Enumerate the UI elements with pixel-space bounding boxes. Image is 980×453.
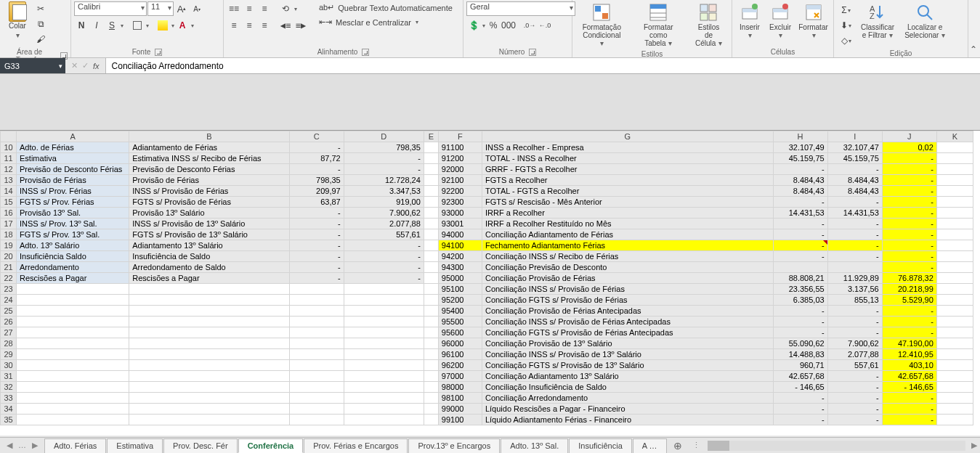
cell[interactable]: 7.900,62 — [344, 208, 424, 219]
cell[interactable]: Previsão de Desconto Férias — [17, 164, 129, 175]
new-sheet-button[interactable]: ⊕ — [668, 440, 688, 452]
cell[interactable]: 8.484,43 — [827, 175, 882, 186]
cell[interactable] — [424, 175, 438, 186]
column-header[interactable]: D — [344, 131, 424, 142]
increase-decimal-button[interactable]: .0→ — [522, 18, 537, 33]
cell[interactable]: INSS a Recolher - Empresa — [482, 142, 773, 153]
cell[interactable]: Adiantamento 13º Salário — [129, 240, 289, 251]
cell[interactable] — [424, 371, 438, 382]
cell[interactable] — [344, 317, 424, 327]
cell[interactable] — [936, 284, 973, 295]
cell[interactable]: - — [773, 240, 827, 251]
alignment-dialog-launcher[interactable] — [362, 49, 369, 56]
cell[interactable]: - — [289, 229, 344, 240]
cell[interactable]: - — [289, 251, 344, 262]
cell[interactable]: Arredondamento de Saldo — [129, 262, 289, 273]
cell[interactable]: - — [882, 175, 936, 186]
cell[interactable] — [424, 327, 438, 338]
cell[interactable]: - — [882, 219, 936, 229]
column-header[interactable]: H — [773, 131, 827, 142]
column-header[interactable]: C — [289, 131, 344, 142]
cell[interactable] — [424, 186, 438, 197]
cell[interactable]: - — [289, 262, 344, 273]
cell[interactable]: 2.077,88 — [827, 349, 882, 360]
row-header[interactable]: 32 — [1, 382, 17, 393]
tab-scroll-prev[interactable]: … — [16, 441, 28, 450]
row-header[interactable]: 29 — [1, 349, 17, 360]
column-header[interactable]: J — [882, 131, 936, 142]
cell[interactable]: - 146,65 — [773, 382, 827, 393]
cell[interactable]: Conciliação INSS s/ Provisão de Férias — [482, 284, 773, 295]
horizontal-scrollbar[interactable] — [708, 441, 965, 451]
cell[interactable]: Conciliação Provisão de Férias — [482, 273, 773, 284]
cell[interactable]: - — [773, 219, 827, 229]
cell[interactable] — [936, 142, 973, 153]
cell[interactable] — [424, 306, 438, 317]
decrease-decimal-button[interactable]: ←.0 — [538, 18, 552, 33]
insert-cells-button[interactable]: Inserir▾ — [735, 1, 764, 41]
cell[interactable]: FGTS s/ Provisão de Férias — [129, 197, 289, 208]
align-bottom-button[interactable]: ≡ — [257, 1, 272, 16]
cell[interactable] — [289, 295, 344, 306]
cell[interactable] — [289, 371, 344, 382]
cell[interactable]: Conciliação FGTS s/ Provisão de 13º Salá… — [482, 360, 773, 371]
cell[interactable]: - — [773, 415, 827, 425]
border-button[interactable] — [130, 18, 145, 33]
cell[interactable]: Estimativa INSS s/ Recibo de Férias — [129, 153, 289, 164]
cell[interactable]: 14.488,83 — [773, 349, 827, 360]
cell[interactable]: Insuficiência Saldo — [17, 251, 129, 262]
number-format-combo[interactable]: Geral — [466, 1, 575, 16]
cell[interactable]: - — [827, 240, 882, 251]
cell[interactable] — [424, 262, 438, 273]
cell[interactable] — [827, 262, 882, 273]
cell[interactable]: 42.657,68 — [882, 371, 936, 382]
cell[interactable] — [936, 229, 973, 240]
cell[interactable]: 8.484,43 — [827, 186, 882, 197]
cell[interactable]: 32.107,49 — [773, 142, 827, 153]
font-color-button[interactable]: A — [175, 18, 190, 33]
cell[interactable] — [936, 175, 973, 186]
cell[interactable] — [424, 229, 438, 240]
cell[interactable]: 92000 — [438, 164, 482, 175]
percent-format-button[interactable]: % — [486, 18, 501, 33]
cell[interactable]: - — [882, 262, 936, 273]
cell[interactable] — [129, 338, 289, 349]
cell[interactable]: 87,72 — [289, 153, 344, 164]
sort-filter-button[interactable]: AZ Classificare Filtrar ▾ — [857, 1, 899, 41]
cell[interactable]: Arredondamento — [17, 262, 129, 273]
cell[interactable] — [424, 295, 438, 306]
cell[interactable]: 12.728,24 — [344, 175, 424, 186]
cell[interactable]: Rescisões a Pagar — [129, 273, 289, 284]
cell[interactable]: - — [289, 219, 344, 229]
cell[interactable]: 3.347,53 — [344, 186, 424, 197]
cell[interactable]: IRRF a Recolher Restituído no Mês — [482, 219, 773, 229]
cell[interactable] — [936, 338, 973, 349]
cell[interactable] — [129, 349, 289, 360]
cell[interactable] — [936, 262, 973, 273]
cell[interactable]: Líquido Adiantamento Férias - Financeiro — [482, 415, 773, 425]
cell[interactable]: Adiantamento de Férias — [129, 142, 289, 153]
worksheet-grid[interactable]: ABCDEFGHIJK10Adto. de FériasAdiantamento… — [0, 131, 980, 436]
sheet-tab[interactable]: Adto. Férias — [44, 438, 106, 453]
cell[interactable]: - — [827, 219, 882, 229]
cell[interactable]: INSS s/ Provisão de 13º Salário — [129, 219, 289, 229]
row-header[interactable]: 33 — [1, 393, 17, 404]
cell[interactable] — [129, 382, 289, 393]
cell[interactable]: - — [827, 197, 882, 208]
cell[interactable] — [424, 415, 438, 425]
merge-center-button[interactable]: ⇤⇥ Mesclar e Centralizar ▾ — [316, 16, 455, 28]
cell[interactable] — [17, 382, 129, 393]
cell[interactable]: Conciliação Insuficiência de Saldo — [482, 382, 773, 393]
cell[interactable]: - — [827, 371, 882, 382]
cell[interactable] — [936, 393, 973, 404]
cell[interactable]: 8.484,43 — [773, 186, 827, 197]
increase-font-button[interactable]: A▴ — [174, 1, 189, 16]
row-header[interactable]: 30 — [1, 360, 17, 371]
column-header[interactable]: K — [936, 131, 973, 142]
cell[interactable] — [129, 371, 289, 382]
cell[interactable] — [17, 338, 129, 349]
copy-button[interactable]: ⧉ — [33, 17, 48, 31]
decrease-indent-button[interactable]: ◀≡ — [278, 18, 293, 33]
cell[interactable] — [424, 251, 438, 262]
cell[interactable]: - — [827, 251, 882, 262]
